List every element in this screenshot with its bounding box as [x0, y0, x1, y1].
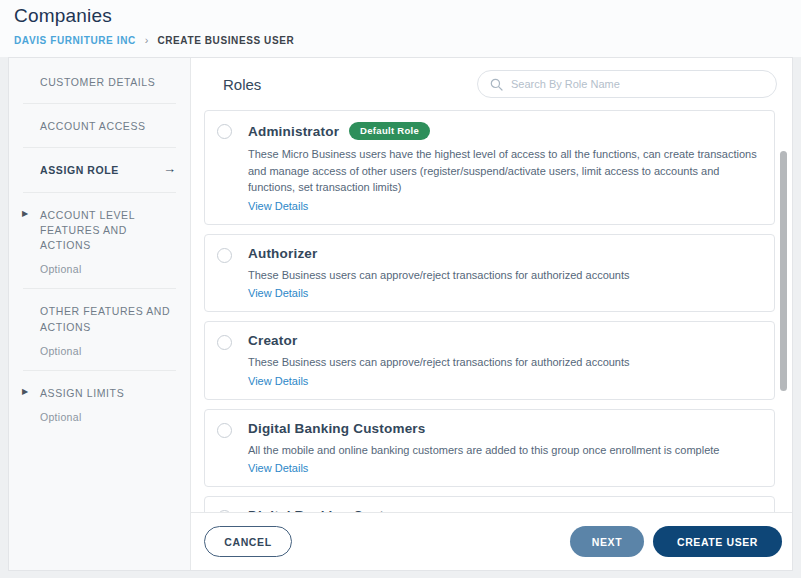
- cancel-button[interactable]: CANCEL: [204, 526, 292, 557]
- sidebar-item-label: ASSIGN LIMITS: [40, 386, 172, 401]
- page-title: Companies: [14, 5, 787, 27]
- sidebar-item-label: ACCOUNT ACCESS: [40, 119, 172, 134]
- role-search-box[interactable]: [477, 70, 777, 98]
- view-details-link[interactable]: View Details: [248, 462, 308, 474]
- role-card-digital-banking-customers-1: Digital Banking Customers All the mobile…: [204, 409, 775, 488]
- next-button[interactable]: NEXT: [570, 526, 644, 557]
- view-details-link[interactable]: View Details: [248, 287, 308, 299]
- role-description: These Micro Business users have the high…: [248, 146, 760, 196]
- role-body: Creator These Business users can approve…: [248, 333, 760, 389]
- breadcrumb-parent-link[interactable]: DAVIS FURNITURE INC: [14, 35, 136, 46]
- sidebar-item-assign-limits[interactable]: ▶ ASSIGN LIMITS Optional: [9, 371, 190, 436]
- role-radio[interactable]: [217, 335, 232, 350]
- role-card-digital-banking-customers-2: Digital Banking Customers All the mobile…: [204, 496, 775, 512]
- active-step-arrow-icon: →: [163, 161, 176, 176]
- role-name: Creator: [248, 333, 297, 348]
- breadcrumb-current: CREATE BUSINESS USER: [157, 35, 294, 46]
- role-radio[interactable]: [217, 423, 232, 438]
- sidebar-item-optional-tag: Optional: [40, 263, 178, 275]
- expand-triangle-icon[interactable]: ▶: [22, 387, 28, 396]
- top-header: Companies DAVIS FURNITURE INC › CREATE B…: [0, 0, 801, 57]
- default-role-badge: Default Role: [349, 122, 430, 140]
- roles-header: Roles: [191, 58, 792, 109]
- role-card-administrator: Administrator Default Role These Micro B…: [204, 110, 775, 225]
- create-user-button[interactable]: CREATE USER: [653, 526, 782, 557]
- roles-list: Administrator Default Role These Micro B…: [191, 109, 792, 512]
- expand-triangle-icon[interactable]: ▶: [22, 209, 28, 218]
- role-name: Digital Banking Customers: [248, 508, 426, 512]
- sidebar-item-account-access[interactable]: ACCOUNT ACCESS: [9, 104, 190, 147]
- wizard-footer: CANCEL NEXT CREATE USER: [191, 512, 792, 570]
- sidebar-item-assign-role[interactable]: ASSIGN ROLE →: [9, 148, 190, 191]
- role-body: Digital Banking Customers All the mobile…: [248, 421, 760, 477]
- search-icon: [490, 78, 503, 91]
- role-name: Administrator: [248, 124, 339, 139]
- breadcrumb: DAVIS FURNITURE INC › CREATE BUSINESS US…: [14, 34, 787, 46]
- search-input[interactable]: [511, 78, 764, 90]
- create-user-panel: CUSTOMER DETAILS ACCOUNT ACCESS ASSIGN R…: [8, 57, 793, 571]
- role-body: Administrator Default Role These Micro B…: [248, 122, 760, 214]
- sidebar-item-customer-details[interactable]: CUSTOMER DETAILS: [9, 60, 190, 103]
- sidebar-item-label: OTHER FEATURES AND ACTIONS: [40, 304, 172, 334]
- roles-main-area: Roles Administrator Default Role Thes: [191, 58, 792, 570]
- sidebar-item-label: CUSTOMER DETAILS: [40, 75, 172, 90]
- role-name: Authorizer: [248, 246, 318, 261]
- sidebar-item-label: ASSIGN ROLE: [40, 163, 172, 178]
- role-description: These Business users can approve/reject …: [248, 267, 760, 284]
- view-details-link[interactable]: View Details: [248, 375, 308, 387]
- footer-actions: NEXT CREATE USER: [570, 526, 782, 557]
- sidebar-item-optional-tag: Optional: [40, 411, 178, 423]
- sidebar-item-label: ACCOUNT LEVEL FEATURES AND ACTIONS: [40, 208, 172, 254]
- sidebar-item-other-features[interactable]: OTHER FEATURES AND ACTIONS Optional: [9, 289, 190, 369]
- role-name: Digital Banking Customers: [248, 421, 426, 436]
- roles-heading: Roles: [223, 76, 261, 93]
- view-details-link[interactable]: View Details: [248, 200, 308, 212]
- role-body: Digital Banking Customers All the mobile…: [248, 508, 760, 512]
- role-radio[interactable]: [217, 124, 232, 139]
- breadcrumb-separator-icon: ›: [145, 34, 149, 46]
- role-card-authorizer: Authorizer These Business users can appr…: [204, 234, 775, 313]
- role-description: All the mobile and online banking custom…: [248, 442, 760, 459]
- role-radio[interactable]: [217, 248, 232, 263]
- wizard-steps-sidebar: CUSTOMER DETAILS ACCOUNT ACCESS ASSIGN R…: [9, 58, 191, 570]
- role-radio[interactable]: [217, 510, 232, 512]
- role-description: These Business users can approve/reject …: [248, 354, 760, 371]
- role-card-creator: Creator These Business users can approve…: [204, 321, 775, 400]
- sidebar-item-optional-tag: Optional: [40, 345, 178, 357]
- scrollbar-thumb[interactable]: [780, 151, 787, 391]
- sidebar-item-account-level-features[interactable]: ▶ ACCOUNT LEVEL FEATURES AND ACTIONS Opt…: [9, 193, 190, 289]
- role-body: Authorizer These Business users can appr…: [248, 246, 760, 302]
